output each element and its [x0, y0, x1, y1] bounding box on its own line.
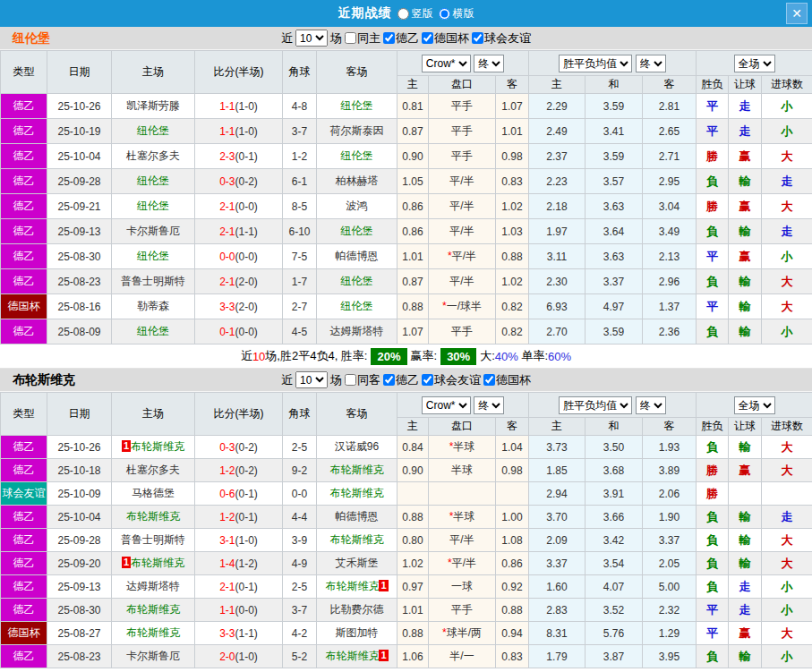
- handicap-value: 平手: [451, 149, 473, 162]
- sub-col-asia-home: 主: [397, 418, 429, 436]
- score-cell: 1-1(1-0): [195, 94, 283, 119]
- match-date: 25-08-30: [47, 244, 112, 269]
- league-checkbox[interactable]: [383, 32, 395, 44]
- league-filter-option[interactable]: 德国杯: [422, 30, 469, 47]
- team-section-bar-braunschweig: 近 10 场 同客 德乙 球会友谊 德国杯 布轮斯维克: [0, 369, 812, 392]
- match-type-badge: 德国杯: [1, 294, 47, 319]
- asia-home-odds: 1.06: [397, 645, 429, 668]
- europe-draw-odds: 5.76: [585, 622, 643, 645]
- europe-draw-odds: 3.68: [585, 459, 643, 482]
- away-team-name: 纽伦堡: [341, 149, 373, 162]
- odds-time-select[interactable]: 终: [474, 55, 504, 72]
- match-type-badge: 球会友谊: [1, 482, 47, 506]
- close-icon[interactable]: ✕: [786, 3, 808, 24]
- europe-draw-odds: 4.07: [585, 575, 643, 599]
- handicap-cell: *半球: [429, 436, 496, 459]
- handicap-result-cell: 走: [729, 599, 762, 622]
- handicap-result-cell: 輸: [729, 529, 762, 552]
- handicap-value: 半/一: [449, 650, 474, 662]
- half-time-score: (2-0): [235, 276, 258, 288]
- layout-vertical-option[interactable]: 竖版: [397, 6, 433, 21]
- horizontal-radio[interactable]: [439, 8, 450, 20]
- same-venue-checkbox[interactable]: [345, 374, 356, 386]
- europe-time-select[interactable]: 终: [636, 55, 666, 72]
- match-count-select[interactable]: 10: [295, 371, 328, 388]
- result-cell: 平: [697, 119, 729, 144]
- league-checkbox[interactable]: [383, 374, 395, 386]
- bookmaker-select[interactable]: Crow*: [422, 396, 471, 414]
- league-checkbox[interactable]: [422, 374, 433, 386]
- handicap-value: 半球: [451, 464, 473, 476]
- handicap-value: 平/半: [449, 275, 474, 287]
- away-team-name: 汉诺威96: [335, 440, 379, 453]
- league-filter-option[interactable]: 球会友谊: [472, 30, 531, 47]
- asia-home-odds: 1.07: [397, 319, 429, 345]
- league-filter-option[interactable]: 德国杯: [483, 372, 531, 388]
- match-type-badge: 德乙: [1, 319, 47, 345]
- profit-rate-badge: 30%: [440, 348, 476, 365]
- home-team-name: 卡尔斯鲁厄: [126, 225, 180, 237]
- full-time-score: 2-1: [219, 276, 235, 288]
- goals-result-cell: 大: [762, 622, 812, 645]
- half-time-score: (0-1): [235, 488, 258, 500]
- full-time-score: 0-6: [219, 488, 235, 500]
- score-cell: 1-2(0-2): [195, 459, 283, 482]
- score-cell: 0-3(0-2): [195, 436, 283, 459]
- match-row: 德乙25-08-23普鲁士明斯特2-1(2-0)1-7纽伦堡0.87平/半1.0…: [1, 269, 812, 294]
- scope-select[interactable]: 全场: [734, 55, 775, 72]
- match-date: 25-08-09: [47, 319, 112, 345]
- europe-away-odds: 2.65: [643, 119, 697, 144]
- league-filter-option[interactable]: 德乙: [383, 30, 419, 47]
- league-checkbox[interactable]: [483, 374, 495, 386]
- full-time-score: 0-1: [219, 326, 235, 338]
- away-team-cell: 波鸿: [317, 194, 397, 219]
- sub-col-eu-home: 主: [529, 76, 585, 94]
- europe-home-odds: 6.93: [529, 294, 585, 319]
- team-section-bar-nuremberg: 近 10 场 同主 德乙 德国杯 球会友谊 纽伦堡: [0, 27, 812, 50]
- league-checkbox[interactable]: [422, 32, 433, 44]
- layout-horizontal-option[interactable]: 横版: [439, 6, 474, 21]
- europe-away-odds: 2.71: [643, 144, 697, 169]
- full-time-score: 3-3: [219, 301, 235, 313]
- handicap-value: 平手: [451, 124, 473, 137]
- europe-time-select[interactable]: 终: [636, 396, 666, 414]
- europe-home-odds: 1.97: [529, 219, 585, 244]
- away-team-cell: 达姆斯塔特: [317, 319, 397, 345]
- vertical-radio[interactable]: [397, 8, 409, 20]
- europe-draw-odds: 3.91: [585, 482, 643, 506]
- scope-select[interactable]: 全场: [734, 396, 775, 414]
- europe-odds-select[interactable]: 胜平负均值: [559, 55, 632, 72]
- match-date: 25-08-16: [47, 294, 112, 319]
- home-team-cell: 1布轮斯维克: [112, 436, 195, 459]
- home-team-name: 布轮斯维克: [126, 626, 180, 639]
- match-count-select[interactable]: 10: [295, 30, 328, 47]
- europe-draw-odds: 3.87: [585, 645, 643, 668]
- odds-time-select[interactable]: 终: [474, 396, 504, 414]
- match-type-badge: 德乙: [1, 94, 47, 119]
- handicap-cell: 平手: [429, 119, 496, 144]
- score-cell: 2-1(0-1): [195, 575, 283, 599]
- near-label: 近: [281, 372, 293, 388]
- goals-result-cell: 小: [762, 94, 812, 119]
- away-team-cell: 纽伦堡: [317, 94, 397, 119]
- full-time-score: 2-1: [219, 225, 235, 238]
- league-filter-option[interactable]: 球会友谊: [422, 372, 481, 388]
- europe-away-odds: 2.06: [643, 482, 697, 506]
- goals-result-cell: 大: [762, 269, 812, 294]
- asia-away-odds: 0.86: [496, 552, 529, 575]
- same-venue-option[interactable]: 同主: [345, 30, 380, 47]
- full-time-score: 1-1: [219, 100, 235, 113]
- europe-odds-select[interactable]: 胜平负均值: [559, 396, 632, 414]
- away-team-name: 布轮斯维克: [325, 650, 379, 662]
- bookmaker-select[interactable]: Crow*: [422, 55, 471, 72]
- away-team-cell: 帕德博恩: [317, 506, 397, 529]
- col-type: 类型: [1, 393, 47, 436]
- same-venue-checkbox[interactable]: [345, 32, 356, 44]
- summary-text: 近: [241, 348, 252, 364]
- league-filter-option[interactable]: 德乙: [383, 372, 419, 388]
- asia-home-odds: 0.97: [397, 575, 429, 599]
- same-venue-option[interactable]: 同客: [345, 372, 380, 388]
- league-checkbox[interactable]: [472, 32, 483, 44]
- match-row: 德乙25-08-30布轮斯维克1-1(0-0)3-7比勒费尔德1.01平手0.8…: [1, 599, 812, 622]
- match-type-badge: 德乙: [1, 244, 47, 269]
